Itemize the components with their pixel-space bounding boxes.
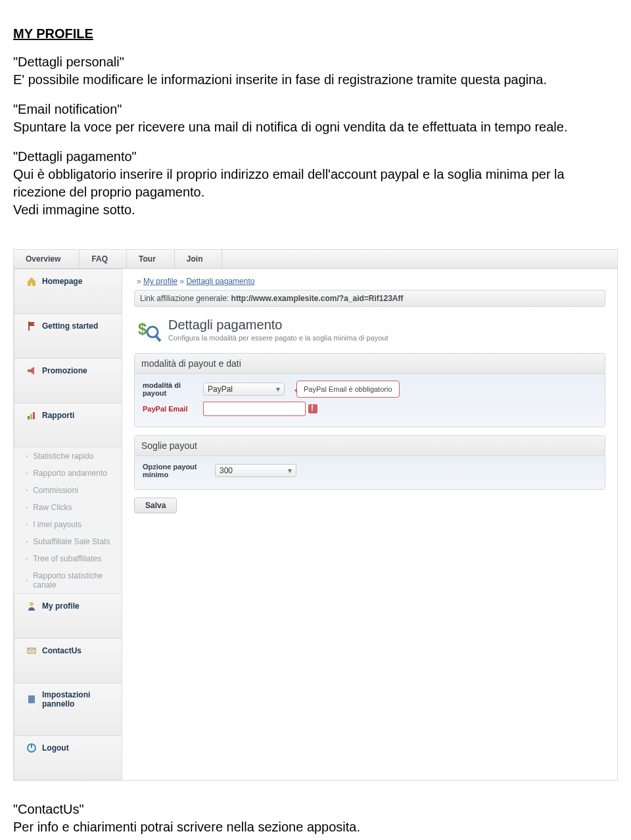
- svg-line-11: [156, 336, 160, 341]
- error-callout: PayPal Email è obbligatorio: [296, 381, 400, 398]
- panel-header: modalità di payout e dati: [135, 354, 605, 374]
- select-value: 300: [220, 466, 233, 475]
- nav-faq[interactable]: FAQ: [80, 250, 127, 268]
- paragraph: "Dettagli pagamento" Qui è obbligatorio …: [13, 148, 618, 219]
- svg-rect-6: [28, 695, 35, 703]
- panel-payout-mode: modalità di payout e dati modalità di pa…: [134, 353, 605, 427]
- quote-body: E' possibile modificare le informazioni …: [13, 72, 547, 87]
- quote-body: Spuntare la voce per ricevere una mail d…: [13, 120, 567, 134]
- sidebar-sub[interactable]: Statistiche rapido: [14, 448, 122, 465]
- quote-title: ContactUs: [18, 802, 79, 816]
- sidebar-item-label: Tree of subaffiliates: [33, 554, 101, 563]
- flag-icon: [26, 321, 37, 331]
- nav-tour[interactable]: Tour: [127, 250, 175, 268]
- page-title: MY PROFILE: [13, 26, 618, 41]
- breadcrumb: » My profile » Dettagli pagamento: [134, 275, 605, 290]
- sidebar-item-rapporti[interactable]: Rapporti: [14, 403, 122, 448]
- sidebar-item-label: Getting started: [42, 321, 98, 331]
- sidebar-item-label: Subaffiliate Sale Stats: [33, 537, 110, 546]
- paragraph: "Dettagli personali" E' possibile modifi…: [13, 53, 618, 89]
- save-button[interactable]: Salva: [134, 498, 177, 513]
- sidebar-item-label: Logout: [42, 743, 69, 753]
- panel-payout-threshold: Soglie payout Opzione payout minimo 300: [134, 435, 605, 490]
- svg-rect-0: [28, 321, 30, 331]
- sidebar: Homepage Getting started Promozione Rapp…: [14, 269, 122, 780]
- field-label: modalità di payout: [143, 381, 203, 397]
- sidebar-item-label: Statistiche rapido: [33, 452, 93, 461]
- sidebar-item-label: I imei payouts: [33, 520, 82, 529]
- panel-header: Soglie payout: [135, 436, 605, 456]
- sidebar-item-label: Homepage: [42, 277, 82, 286]
- home-icon: [26, 276, 37, 287]
- svg-rect-8: [31, 744, 32, 748]
- quote-title: Dettagli personali: [18, 55, 120, 69]
- sidebar-item-label: Rapporti: [42, 411, 74, 420]
- crumb-link[interactable]: My profile: [143, 277, 177, 286]
- payout-mode-select[interactable]: PayPal: [203, 383, 285, 396]
- sidebar-item-label: My profile: [42, 601, 80, 611]
- user-icon: [26, 601, 37, 611]
- svg-rect-3: [33, 412, 35, 419]
- quote-body: Qui è obbligatorio inserire il proprio i…: [13, 167, 565, 199]
- crumb-sep: »: [177, 277, 186, 286]
- sidebar-item-contact[interactable]: ContactUs: [14, 638, 122, 683]
- settings-icon: [26, 694, 37, 705]
- sidebar-sub[interactable]: I imei payouts: [14, 516, 122, 533]
- paragraph: "ContactUs" Per info e chiarimenti potra…: [13, 801, 618, 836]
- nav-overview[interactable]: Overview: [14, 250, 80, 268]
- svg-point-4: [30, 602, 34, 606]
- main-panel: » My profile » Dettagli pagamento Link a…: [122, 269, 617, 780]
- link-value: http://www.examplesite.com/?a_aid=Rif123…: [231, 294, 404, 303]
- sidebar-item-label: Impostazioni pannello: [42, 690, 110, 709]
- sidebar-item-label: Raw Clicks: [33, 503, 72, 512]
- megaphone-icon: [26, 365, 37, 376]
- link-label: Link affiliazione generale:: [140, 294, 231, 303]
- select-value: PayPal: [208, 385, 233, 394]
- sidebar-item-logout[interactable]: Logout: [14, 735, 122, 780]
- field-label-error: PayPal Email: [143, 405, 203, 413]
- hero-title: Dettagli pagamento: [168, 317, 388, 333]
- crumb-link[interactable]: Dettagli pagamento: [186, 277, 254, 286]
- sidebar-item-label: Rapporto andamento: [33, 469, 107, 478]
- chart-icon: [26, 410, 37, 421]
- top-nav: Overview FAQ Tour Join: [14, 250, 617, 269]
- quote-body: Per info e chiarimenti potrai scrivere n…: [13, 820, 360, 834]
- svg-rect-1: [28, 416, 30, 419]
- nav-join[interactable]: Join: [175, 250, 222, 268]
- hero-subtitle: Configura la modalità per essere pagato …: [168, 334, 388, 342]
- field-label: Opzione payout minimo: [143, 463, 215, 478]
- quote-body2: Vedi immagine sotto.: [13, 202, 135, 217]
- sidebar-sub[interactable]: Raw Clicks: [14, 499, 122, 516]
- sidebar-item-label: Promozione: [42, 366, 87, 375]
- sidebar-sub[interactable]: Commissioni: [14, 482, 122, 499]
- sidebar-sub[interactable]: Tree of subaffiliates: [14, 550, 122, 567]
- sidebar-sub[interactable]: Rapporto statistiche canale: [14, 567, 122, 594]
- page-hero: $ Dettagli pagamento Configura la modali…: [134, 315, 605, 353]
- quote-title: Dettagli pagamento: [18, 149, 131, 164]
- sidebar-item-impostazioni[interactable]: Impostazioni pannello: [14, 683, 122, 735]
- paypal-email-input[interactable]: [203, 402, 306, 416]
- crumb-sep: »: [137, 277, 143, 286]
- paragraph: "Email notification" Spuntare la voce pe…: [13, 101, 618, 136]
- svg-text:$: $: [138, 320, 147, 338]
- sidebar-item-homepage[interactable]: Homepage: [14, 269, 122, 314]
- sidebar-sub[interactable]: Subaffiliate Sale Stats: [14, 533, 122, 550]
- sidebar-item-label: Commissioni: [33, 486, 78, 495]
- dollar-magnify-icon: $: [135, 317, 162, 344]
- sidebar-item-label: Rapporto statistiche canale: [33, 571, 115, 590]
- mail-icon: [26, 645, 37, 656]
- min-payout-select[interactable]: 300: [215, 464, 296, 477]
- sidebar-item-label: ContactUs: [42, 646, 82, 655]
- sidebar-sub[interactable]: Rapporto andamento: [14, 465, 122, 482]
- sidebar-item-promozione[interactable]: Promozione: [14, 358, 122, 403]
- sidebar-item-my-profile[interactable]: My profile: [14, 594, 122, 638]
- quote-title: Email notification: [18, 102, 117, 116]
- error-icon: [308, 404, 317, 413]
- svg-rect-2: [30, 414, 32, 419]
- sidebar-item-getting-started[interactable]: Getting started: [14, 314, 122, 358]
- affiliate-link-bar: Link affiliazione generale: http://www.e…: [134, 290, 605, 307]
- power-icon: [26, 743, 37, 753]
- app-screenshot: Overview FAQ Tour Join Homepage Getting …: [13, 249, 618, 781]
